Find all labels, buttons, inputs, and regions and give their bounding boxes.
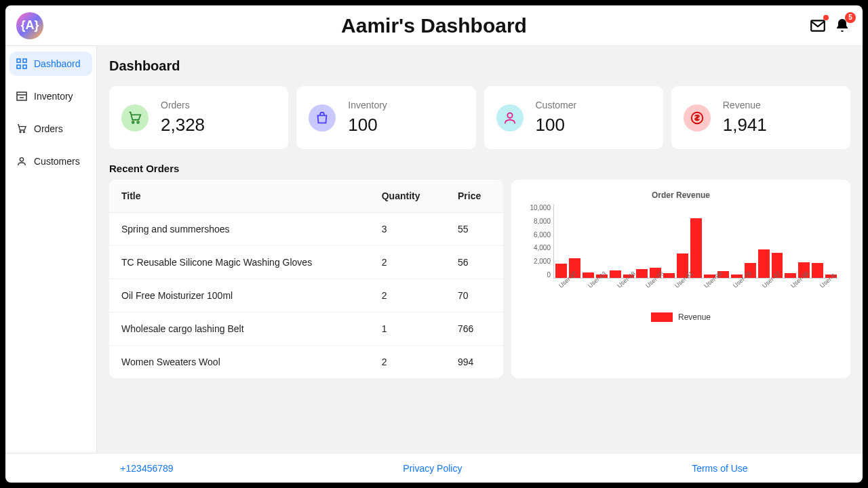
cell-quantity: 2 [370,279,446,312]
svg-rect-4 [23,65,26,68]
chart-bar [758,249,770,279]
svg-rect-5 [17,92,26,100]
mail-icon[interactable] [808,16,827,35]
col-quantity: Quantity [370,180,446,213]
bag-icon [309,104,336,131]
sidebar: Dashbaord Inventory Orders Customers [5,46,97,453]
chart-bar [555,264,567,278]
svg-point-9 [132,121,134,123]
stat-label: Customer [536,100,577,110]
user-icon [496,104,524,131]
sidebar-item-label: Orders [34,123,63,134]
sidebar-item-label: Dashbaord [34,58,81,69]
svg-rect-1 [17,59,20,62]
table-row: Spring and summershoes355 [109,213,503,246]
legend-label: Revenue [678,312,711,322]
svg-rect-3 [17,65,20,68]
stat-label: Orders [161,100,205,110]
chart-title: Order Revenue [524,190,838,200]
main-heading: Dashboard [109,58,850,74]
avatar[interactable]: {A} [16,12,43,39]
svg-point-11 [507,113,512,117]
stat-value: 100 [348,115,387,136]
footer-terms[interactable]: Terms of Use [692,463,747,474]
cell-price: 55 [446,213,503,246]
chart-bar [785,273,796,278]
recent-orders-table: Title Quantity Price Spring and summersh… [109,180,503,378]
table-row: Women Sweaters Wool2994 [109,346,503,379]
recent-orders-heading: Recent Orders [109,163,850,174]
dollar-icon [684,104,711,131]
revenue-chart: Order Revenue 10,0008,0006,0004,0002,000… [511,180,850,378]
stat-label: Inventory [348,100,387,110]
chart-bar [610,270,621,278]
sidebar-item-dashboard[interactable]: Dashbaord [9,52,92,76]
svg-point-10 [137,121,139,123]
sidebar-item-customers[interactable]: Customers [9,149,92,174]
svg-point-7 [23,131,24,133]
mail-badge-dot [823,15,829,20]
chart-plot [553,204,838,279]
chart-x-axis: User-97User-63User-58User-56User-91User-… [553,279,838,285]
dashboard-icon [16,58,27,69]
sidebar-item-orders[interactable]: Orders [9,117,92,141]
stat-card-orders: Orders2,328 [109,86,288,149]
chart-bar [812,263,823,278]
cell-quantity: 2 [370,346,446,379]
stat-value: 100 [536,115,577,136]
legend-color-box [651,312,673,322]
table-row: Oil Free Moisturizer 100ml270 [109,279,503,312]
svg-point-8 [20,158,23,161]
stat-value: 2,328 [161,115,205,136]
svg-rect-2 [23,59,26,62]
sidebar-item-label: Customers [34,156,80,167]
orders-icon [16,123,27,134]
cell-price: 766 [446,312,503,346]
svg-point-6 [20,131,21,133]
cell-price: 994 [446,346,503,379]
inventory-icon [16,91,27,102]
col-price: Price [446,180,503,213]
cell-title: Oil Free Moisturizer 100ml [109,279,370,312]
chart-bar [636,269,648,278]
stat-card-revenue: Revenue1,941 [671,86,850,149]
page-title: Aamir's Dashboard [341,14,527,37]
cell-title: TC Reusable Silicone Magic Washing Glove… [109,246,370,279]
cell-price: 70 [446,279,503,312]
cell-quantity: 1 [370,312,446,346]
chart-bar [690,218,702,278]
chart-x-label [839,282,846,289]
cart-icon [121,104,149,131]
customers-icon [16,156,27,167]
bell-icon[interactable]: 5 [833,16,852,35]
cell-quantity: 3 [370,213,446,246]
footer-privacy[interactable]: Privacy Policy [403,463,462,474]
cell-title: Spring and summershoes [109,213,370,246]
footer-phone[interactable]: +123456789 [120,463,173,474]
stat-card-customer: Customer100 [484,86,663,149]
chart-bar [583,272,594,278]
cell-title: Wholesale cargo lashing Belt [109,312,370,346]
cell-title: Women Sweaters Wool [109,346,370,379]
stat-value: 1,941 [723,115,767,136]
chart-bar [663,273,675,278]
table-row: Wholesale cargo lashing Belt1766 [109,312,503,346]
bell-badge-count: 5 [845,12,856,23]
col-title: Title [109,180,370,213]
sidebar-item-inventory[interactable]: Inventory [9,84,92,108]
table-row: TC Reusable Silicone Magic Washing Glove… [109,246,503,279]
chart-legend: Revenue [524,312,838,322]
stat-label: Revenue [723,100,767,110]
sidebar-item-label: Inventory [34,91,73,102]
chart-y-axis: 10,0008,0006,0004,0002,0000 [524,204,553,279]
cell-price: 56 [446,246,503,279]
cell-quantity: 2 [370,246,446,279]
stat-card-inventory: Inventory100 [296,86,475,149]
